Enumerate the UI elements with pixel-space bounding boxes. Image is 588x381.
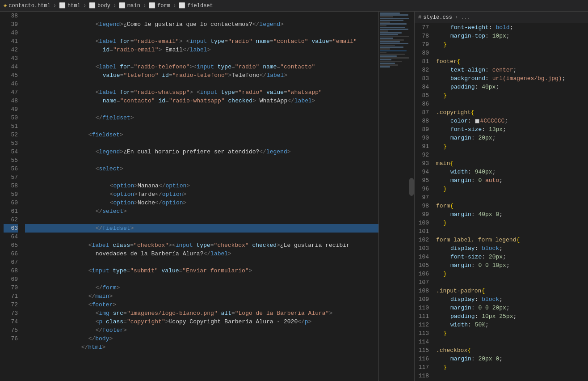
right-breadcrumb: # style.css › ...: [415, 12, 588, 23]
breadcrumb-sep-3: ›: [113, 3, 116, 9]
line-num-68: 68: [4, 267, 18, 275]
r-code-line-91: }: [436, 142, 588, 151]
minimap-line-highlight: [380, 50, 407, 51]
r-line-num-89: 89: [418, 125, 429, 134]
minimap-line: [380, 21, 390, 23]
r-line-num-103: 103: [418, 244, 429, 253]
r-line-num-97: 97: [418, 193, 429, 202]
r-line-num-112: 112: [418, 321, 429, 329]
code-line-63: </fieldset>: [25, 224, 378, 233]
left-code-content: 38 39 40 41 42 43 44 45 46 47 48 49 50 5…: [0, 12, 414, 381]
breadcrumb-sep-5: ›: [173, 3, 176, 9]
line-num-45: 45: [4, 71, 18, 80]
minimap-line: [380, 27, 405, 28]
r-code-line-83: background: url(imagenes/bg.jpg);: [436, 74, 588, 83]
line-num-42: 42: [4, 46, 18, 54]
minimap-line: [380, 52, 386, 53]
r-code-line-113: }: [436, 329, 588, 338]
r-line-num-91: 91: [418, 142, 429, 151]
r-line-num-110: 110: [418, 304, 429, 312]
left-line-numbers: 38 39 40 41 42 43 44 45 46 47 48 49 50 5…: [0, 12, 21, 381]
line-num-58: 58: [4, 182, 18, 190]
line-num-38: 38: [4, 12, 18, 20]
line-num-51: 51: [4, 122, 18, 131]
r-code-line-102: form label, form legend{: [436, 236, 588, 244]
breadcrumb-label-html2[interactable]: html: [67, 3, 80, 9]
line-num-72: 72: [4, 301, 18, 309]
r-code-line-90: margin: 20px;: [436, 134, 588, 142]
line-num-71: 71: [4, 292, 18, 301]
minimap-line: [380, 38, 393, 39]
breadcrumb-label-html[interactable]: contacto.html: [8, 3, 50, 9]
r-code-line-108: .input-padron{: [436, 287, 588, 295]
minimap-line: [380, 55, 397, 57]
breadcrumb-label-main[interactable]: main: [127, 3, 140, 9]
code-line-50: </fieldset>: [25, 114, 378, 122]
line-num-56: 56: [4, 165, 18, 173]
line-num-46: 46: [4, 80, 18, 88]
line-num-70: 70: [4, 284, 18, 292]
r-line-num-95: 95: [418, 176, 429, 185]
r-code-line-103: display: block;: [436, 244, 588, 253]
r-line-num-115: 115: [418, 346, 429, 355]
r-line-num-106: 106: [418, 270, 429, 278]
scrollbar-thumb[interactable]: [409, 178, 414, 196]
right-bc-sep1: ›: [455, 14, 458, 21]
line-num-66: 66: [4, 250, 18, 258]
r-code-line-84: padding: 40px;: [436, 83, 588, 91]
minimap-line: [380, 64, 398, 66]
r-line-num-104: 104: [418, 253, 429, 261]
minimap-line: [380, 29, 408, 30]
r-code-line-117: }: [436, 363, 588, 372]
r-code-line-88: color: #CCCCCC;: [436, 117, 588, 125]
right-line-numbers: 77 78 79 80 81 82 83 84 85 86 87 88 89 9…: [415, 23, 433, 381]
right-code-lines: font-weight: bold; margin-top: 10px; } f…: [433, 23, 588, 381]
right-bc-dots: ...: [461, 14, 470, 21]
left-code-panel: 38 39 40 41 42 43 44 45 46 47 48 49 50 5…: [0, 12, 415, 381]
line-num-54: 54: [4, 148, 18, 156]
breadcrumb-label-form[interactable]: form: [157, 3, 170, 9]
r-code-line-79: }: [436, 40, 588, 49]
code-line-56: <select>: [25, 165, 378, 173]
minimap-line: [380, 54, 405, 55]
r-line-num-107: 107: [418, 278, 429, 287]
r-line-num-94: 94: [418, 168, 429, 176]
breadcrumb-icon-main: ⬜: [119, 2, 126, 9]
minimap-line: [380, 36, 409, 37]
line-num-41: 41: [4, 37, 18, 46]
breadcrumb-icon-body: ⬜: [89, 2, 96, 9]
line-num-44: 44: [4, 63, 18, 71]
r-code-line-99: margin: 40px 0;: [436, 210, 588, 219]
r-code-line-80: [436, 49, 588, 57]
line-num-47: 47: [4, 88, 18, 97]
breadcrumb-sep-1: ›: [53, 3, 56, 9]
breadcrumb-label-body[interactable]: body: [97, 3, 110, 9]
r-line-num-87: 87: [418, 108, 429, 117]
right-bc-file[interactable]: style.css: [423, 14, 452, 21]
minimap-line: [380, 66, 390, 68]
line-num-73: 73: [4, 309, 18, 318]
r-line-num-118: 118: [418, 372, 429, 380]
left-code-lines: <legend>¿Como le gustaria que lo contact…: [21, 12, 378, 381]
breadcrumb-icon-fieldset: ⬜: [179, 2, 185, 9]
code-line-52: <fieldset>: [25, 131, 378, 139]
editor-layout: 38 39 40 41 42 43 44 45 46 47 48 49 50 5…: [0, 12, 588, 381]
minimap-line: [380, 14, 408, 16]
line-num-63: 63: [4, 224, 18, 233]
right-panel: # style.css › ... 77 78 79 80 81 82 83 8…: [415, 12, 588, 381]
r-line-num-98: 98: [418, 202, 429, 210]
line-num-53: 53: [4, 139, 18, 148]
r-line-num-79: 79: [418, 40, 429, 49]
line-num-69: 69: [4, 275, 18, 284]
minimap-line: [380, 18, 410, 19]
line-num-43: 43: [4, 54, 18, 63]
breadcrumb-label-fieldset[interactable]: fieldset: [187, 3, 213, 9]
line-num-76: 76: [4, 334, 18, 343]
r-line-num-102: 102: [418, 236, 429, 244]
breadcrumb-icon-html2: ⬜: [59, 2, 66, 9]
minimap[interactable]: [378, 12, 414, 381]
r-code-line-86: [436, 100, 588, 108]
r-code-line-97: [436, 193, 588, 202]
code-line-48: name="contacto" id="radio-whatsapp" chec…: [25, 97, 378, 105]
r-code-line-111: padding: 10px 25px;: [436, 312, 588, 321]
